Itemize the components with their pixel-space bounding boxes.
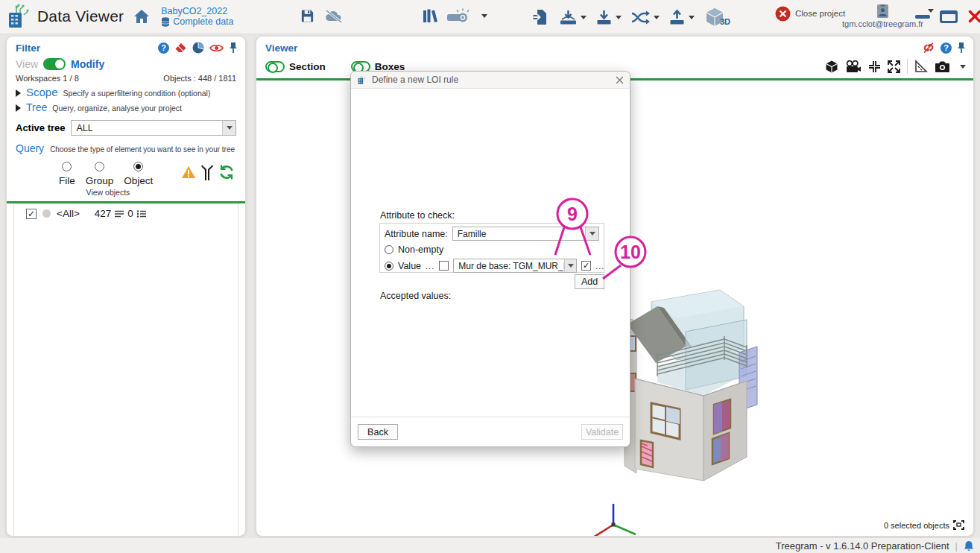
value-select-caret[interactable] <box>564 259 576 272</box>
active-tree-label: Active tree <box>16 122 65 133</box>
non-empty-radio[interactable] <box>385 245 393 254</box>
tree-row-all[interactable]: ✓ <All> 427 0 <box>14 203 238 222</box>
database-icon <box>161 17 170 27</box>
eye-icon[interactable] <box>209 43 224 53</box>
app-logo-icon <box>6 3 33 30</box>
eraser-icon[interactable] <box>174 42 187 54</box>
tree-item-name[interactable]: <All> <box>57 208 80 219</box>
radio-file-label: File <box>59 175 75 186</box>
attribute-name-value: Famille <box>458 229 487 239</box>
dialog-close-icon[interactable] <box>616 76 624 84</box>
dialog-titlebar[interactable]: Define a new LOI rule <box>351 72 630 89</box>
camera-icon[interactable] <box>935 60 950 73</box>
dialog-footer: Back Validate <box>351 417 630 446</box>
non-empty-option[interactable]: Non-empty <box>380 241 604 255</box>
user-account-button[interactable]: tgm.cclot@treegram.fr <box>842 4 923 28</box>
value-radio[interactable] <box>385 262 393 271</box>
view-label: View <box>16 58 38 70</box>
value-ellipsis-right[interactable]: ... <box>595 262 604 271</box>
close-project-button[interactable]: Close project <box>775 6 845 22</box>
pie-chart-icon[interactable] <box>192 42 204 54</box>
projector-icon[interactable] <box>446 7 471 24</box>
value-option[interactable]: Value ... Mur de base: TGM_MUR_INT ✓ ... <box>380 255 604 273</box>
section-toggle-icon[interactable] <box>265 61 285 72</box>
camera-dropdown-caret[interactable] <box>960 65 966 69</box>
maximize-button[interactable] <box>940 10 958 23</box>
list-dots-icon[interactable] <box>136 209 147 218</box>
value-post-checkbox[interactable]: ✓ <box>581 261 591 271</box>
radio-object-circle[interactable] <box>133 162 143 171</box>
status-dot-icon <box>42 209 51 218</box>
minimize-button[interactable] <box>915 15 930 19</box>
home-icon[interactable] <box>133 8 151 25</box>
import-tray-icon[interactable] <box>559 9 578 26</box>
download-icon[interactable] <box>595 9 613 26</box>
validate-button[interactable]: Validate <box>581 424 623 440</box>
radio-file[interactable]: File <box>59 162 75 186</box>
building-model[interactable] <box>614 278 763 487</box>
refresh-icon[interactable] <box>218 164 235 180</box>
save-icon[interactable] <box>300 8 315 24</box>
tree-hint: Query, organize, analyse your project <box>52 104 182 113</box>
shuffle-icon[interactable] <box>630 10 651 25</box>
list-lines-icon[interactable] <box>114 209 124 218</box>
radio-object[interactable]: Object <box>124 162 153 186</box>
cube-icon[interactable] <box>825 60 838 74</box>
filter-title: Filter <box>16 42 40 54</box>
add-button[interactable]: Add <box>575 274 604 289</box>
viewer-help-icon[interactable]: ? <box>941 42 952 54</box>
attribute-name-select[interactable]: Famille <box>452 227 599 241</box>
value-select[interactable]: Mur de base: TGM_MUR_INT <box>453 259 577 273</box>
export-icon[interactable] <box>668 9 686 26</box>
tree-expander-icon[interactable] <box>16 104 21 112</box>
radio-file-circle[interactable] <box>62 162 72 171</box>
all-checkbox[interactable]: ✓ <box>26 209 37 219</box>
attribute-name-label: Attribute name: <box>385 229 448 239</box>
collapse-icon[interactable] <box>868 60 881 73</box>
back-button[interactable]: Back <box>358 424 398 440</box>
active-tree-value: ALL <box>76 123 92 133</box>
tree-fork-icon[interactable] <box>200 163 215 181</box>
project-info[interactable]: BabyCO2_2022 Complete data <box>161 6 233 28</box>
value-pre-checkbox[interactable] <box>439 261 449 271</box>
import-file-icon[interactable] <box>532 8 549 26</box>
scope-section-header[interactable]: Scope Specify a superfiltering condition… <box>7 84 245 100</box>
modify-label: Modify <box>71 58 104 70</box>
library-icon[interactable] <box>422 7 438 24</box>
active-tree-select-caret[interactable] <box>222 121 235 135</box>
app-title: Data Viewer <box>37 7 124 25</box>
expand-icon[interactable] <box>888 60 900 73</box>
selection-box-icon[interactable] <box>953 520 964 530</box>
attribute-name-select-caret[interactable] <box>585 227 598 240</box>
close-project-circle-icon <box>775 6 791 22</box>
pin-icon[interactable] <box>229 42 238 54</box>
shuffle-dropdown-caret[interactable] <box>654 16 660 19</box>
set-square-icon[interactable] <box>914 60 928 73</box>
help-icon[interactable]: ? <box>158 42 169 54</box>
section-toggle[interactable]: Section <box>265 61 326 72</box>
top-bar: Data Viewer BabyCO2_2022 Complete data <box>0 0 980 34</box>
movie-camera-icon[interactable] <box>845 60 862 73</box>
object-tree-list[interactable]: ✓ <All> 427 0 <box>13 203 238 540</box>
value-ellipsis-left[interactable]: ... <box>426 262 434 271</box>
viewer-title: Viewer <box>265 42 297 54</box>
broken-link-icon[interactable] <box>922 41 935 54</box>
status-bar: Treegram - v 1.6.14.0 Preparation-Client… <box>0 538 980 553</box>
radio-group[interactable]: Group <box>86 162 114 186</box>
notification-bell-icon[interactable] <box>964 540 974 552</box>
warning-icon <box>181 165 196 179</box>
import-dropdown-caret[interactable] <box>581 16 587 19</box>
radio-group-circle[interactable] <box>95 162 104 171</box>
scope-hint: Specify a superfiltering condition (opti… <box>63 89 211 98</box>
view-modify-toggle[interactable] <box>43 58 66 70</box>
section-label: Section <box>289 61 326 72</box>
download-dropdown-caret[interactable] <box>616 16 622 19</box>
close-window-button[interactable] <box>967 9 980 24</box>
export-dropdown-caret[interactable] <box>689 16 695 19</box>
scope-expander-icon[interactable] <box>16 89 21 97</box>
viewer-pin-icon[interactable] <box>957 42 966 54</box>
projector-dropdown-caret[interactable] <box>481 14 487 18</box>
cloud-offline-icon[interactable] <box>324 9 344 24</box>
active-tree-select[interactable]: ALL <box>71 120 236 136</box>
tree-section-header[interactable]: Tree Query, organize, analyse your proje… <box>7 100 245 115</box>
